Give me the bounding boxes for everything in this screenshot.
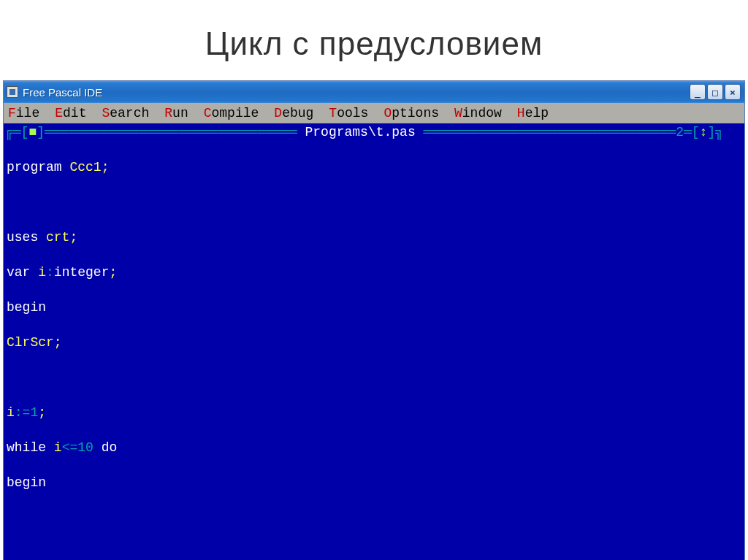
maximize-button[interactable]: □	[707, 84, 723, 100]
menu-tools[interactable]: Tools	[329, 105, 368, 121]
menu-edit[interactable]: Edit	[55, 105, 86, 121]
window-title: Free Pascal IDE	[23, 86, 102, 99]
close-button[interactable]: ×	[725, 84, 741, 100]
menubar: File Edit Search Run Compile Debug Tools…	[4, 103, 744, 123]
menu-search[interactable]: Search	[102, 105, 149, 121]
code-editor[interactable]: program Ccc1; uses crt; var i:integer; b…	[4, 141, 744, 560]
editor-titlebar: ╔═[■]════════════════════════════════ Pr…	[4, 123, 744, 141]
menu-help[interactable]: Help	[517, 105, 549, 121]
menu-options[interactable]: Options	[383, 105, 439, 121]
slide-title: Цикл с предусловием	[0, 0, 748, 80]
minimize-button[interactable]: _	[690, 84, 706, 100]
menu-compile[interactable]: Compile	[204, 105, 259, 121]
app-icon	[7, 86, 18, 98]
editor-window-number: 2	[676, 123, 684, 141]
app-window: Free Pascal IDE _ □ × File Edit Search R…	[3, 80, 745, 560]
editor-frame: ╔═[■]════════════════════════════════ Pr…	[4, 123, 744, 560]
editor-close-icon[interactable]: ■	[28, 123, 37, 141]
editor-filename: Programs\t.pas	[305, 123, 415, 141]
menu-file[interactable]: File	[8, 105, 39, 121]
titlebar[interactable]: Free Pascal IDE _ □ ×	[4, 81, 744, 103]
editor-maximize-icon[interactable]: ↕	[700, 123, 708, 141]
menu-run[interactable]: Run	[164, 105, 188, 121]
menu-debug[interactable]: Debug	[274, 105, 313, 121]
menu-window[interactable]: Window	[454, 105, 502, 121]
